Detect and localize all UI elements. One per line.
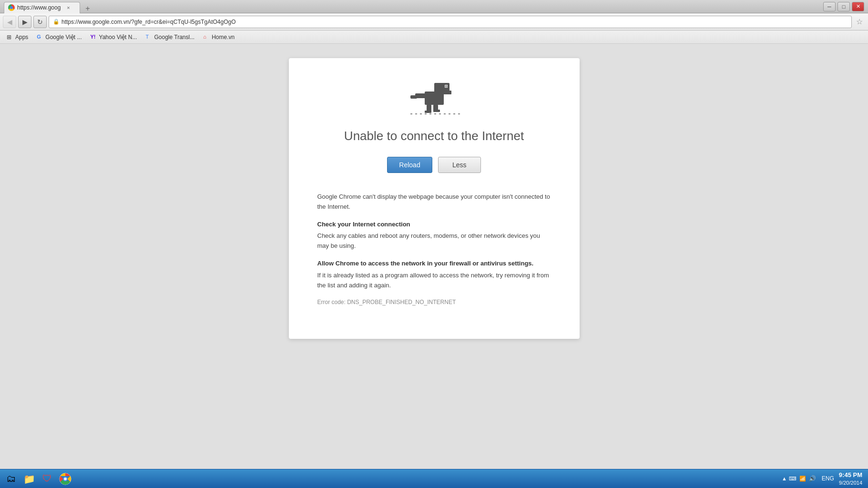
language-label: ENG <box>822 475 834 482</box>
svg-rect-5 <box>446 86 447 87</box>
bookmark-yahoo-viet-label: Yahoo Việt N... <box>99 34 137 41</box>
error-card: Unable to connect to the Internet Reload… <box>289 58 580 339</box>
dino-illustration <box>406 77 463 117</box>
time-display: 9:45 PM <box>839 471 862 479</box>
section2: Allow Chrome to access the network in yo… <box>317 259 551 290</box>
svg-rect-14 <box>410 95 417 99</box>
taskbar-shield-button[interactable]: 🛡 <box>39 471 56 487</box>
tab-strip: https://www.goog × + <box>4 0 93 13</box>
less-button[interactable]: Less <box>438 157 481 173</box>
bookmark-google-viet[interactable]: G Google Việt ... <box>33 32 85 42</box>
svg-rect-21 <box>439 113 441 114</box>
taskbar-clock: 9:45 PM 9/20/2014 <box>839 471 862 487</box>
reload-button[interactable]: ↻ <box>33 16 47 28</box>
tab-close-button[interactable]: × <box>64 4 72 11</box>
svg-rect-16 <box>415 113 417 114</box>
tab-favicon <box>8 4 15 11</box>
system-icons: ⌨ 📶 🔊 <box>789 475 816 482</box>
bookmark-star-button[interactable]: ☆ <box>854 16 865 28</box>
error-buttons: Reload Less <box>387 157 480 173</box>
taskbar: 🗂 📁 🛡 ▲ ⌨ 📶 🔊 <box>0 469 868 488</box>
bookmark-home-vn[interactable]: ⌂ Home.vn <box>199 32 238 42</box>
section1-body: Check any cables and reboot any routers,… <box>317 232 541 249</box>
bookmark-google-transl-label: Google Transl... <box>154 34 194 41</box>
svg-rect-24 <box>453 113 455 114</box>
svg-rect-6 <box>450 87 451 88</box>
network-icon: 📶 <box>799 476 806 482</box>
svg-point-29 <box>64 478 67 480</box>
bookmark-apps[interactable]: ⊞ Apps <box>3 32 32 42</box>
date-display: 9/20/2014 <box>839 479 862 487</box>
chrome-icon <box>59 472 72 486</box>
url-text: https://www.google.com.vn/?gfe_rd=cr&ei=… <box>61 19 236 25</box>
error-body-text: Google Chrome can't display the webpage … <box>317 192 551 212</box>
error-title: Unable to connect to the Internet <box>344 129 524 143</box>
svg-rect-23 <box>449 113 450 114</box>
taskbar-chrome-button[interactable] <box>57 471 74 487</box>
minimize-button[interactable]: ─ <box>823 2 836 11</box>
bookmark-google-viet-label: Google Việt ... <box>45 34 82 41</box>
address-bar[interactable]: 🔒 https://www.google.com.vn/?gfe_rd=cr&e… <box>49 16 852 28</box>
error-code: Error code: DNS_PROBE_FINISHED_NO_INTERN… <box>317 298 551 307</box>
active-tab[interactable]: https://www.goog × <box>4 2 80 13</box>
content-area: Unable to connect to the Internet Reload… <box>0 44 868 469</box>
shield-icon: 🛡 <box>41 472 54 486</box>
home-vn-icon: ⌂ <box>203 34 210 41</box>
svg-rect-17 <box>420 113 422 114</box>
bookmark-apps-label: Apps <box>15 34 28 41</box>
section1-title: Check your Internet connection <box>317 220 551 230</box>
back-button[interactable]: ◀ <box>3 16 16 28</box>
tab-strip-container: https://www.goog × + <box>4 0 823 13</box>
navigation-bar: ◀ ▶ ↻ 🔒 https://www.google.com.vn/?gfe_r… <box>0 13 868 30</box>
volume-icon: 🔊 <box>809 475 816 482</box>
lock-icon: 🔒 <box>53 19 60 25</box>
taskbar-files-button[interactable]: 🗂 <box>2 471 20 487</box>
google-viet-icon: G <box>37 34 43 41</box>
svg-rect-12 <box>433 110 440 112</box>
show-hidden-icons[interactable]: ▲ <box>782 476 787 481</box>
section1: Check your Internet connection Check any… <box>317 220 551 251</box>
svg-rect-20 <box>434 113 436 114</box>
language-icon: ⌨ <box>789 476 797 482</box>
google-transl-icon: T <box>145 34 152 41</box>
forward-button[interactable]: ▶ <box>18 16 31 28</box>
close-button[interactable]: ✕ <box>852 2 864 11</box>
svg-rect-15 <box>410 113 412 114</box>
section2-title: Allow Chrome to access the network in yo… <box>317 259 551 269</box>
folder-icon: 📁 <box>22 472 36 486</box>
apps-icon: ⊞ <box>7 34 13 41</box>
svg-rect-2 <box>434 91 451 94</box>
files-icon: 🗂 <box>4 472 18 486</box>
svg-rect-8 <box>440 98 443 100</box>
taskbar-right: ▲ ⌨ 📶 🔊 ENG 9:45 PM 9/20/2014 <box>782 471 866 487</box>
new-tab-button[interactable]: + <box>82 4 93 13</box>
svg-rect-19 <box>429 113 431 114</box>
reload-page-button[interactable]: Reload <box>387 157 432 173</box>
tab-title: https://www.goog <box>17 4 61 11</box>
taskbar-folder-button[interactable]: 📁 <box>20 471 38 487</box>
title-bar: https://www.goog × + ─ □ ✕ <box>0 0 868 13</box>
svg-rect-10 <box>425 111 431 113</box>
section2-body: If it is already listed as a program all… <box>317 272 549 289</box>
window-controls: ─ □ ✕ <box>823 2 864 11</box>
bookmarks-bar: ⊞ Apps G Google Việt ... Y! Yahoo Việt N… <box>0 30 868 44</box>
bookmark-home-vn-label: Home.vn <box>212 34 235 41</box>
svg-rect-25 <box>458 113 460 114</box>
svg-rect-18 <box>425 113 427 114</box>
dino-svg <box>406 77 463 115</box>
svg-rect-22 <box>444 113 446 114</box>
maximize-button[interactable]: □ <box>837 2 850 11</box>
bookmark-google-transl[interactable]: T Google Transl... <box>142 32 198 42</box>
bookmark-yahoo-viet[interactable]: Y! Yahoo Việt N... <box>87 32 141 42</box>
error-details: Google Chrome can't display the webpage … <box>317 192 551 315</box>
yahoo-icon: Y! <box>91 34 97 41</box>
